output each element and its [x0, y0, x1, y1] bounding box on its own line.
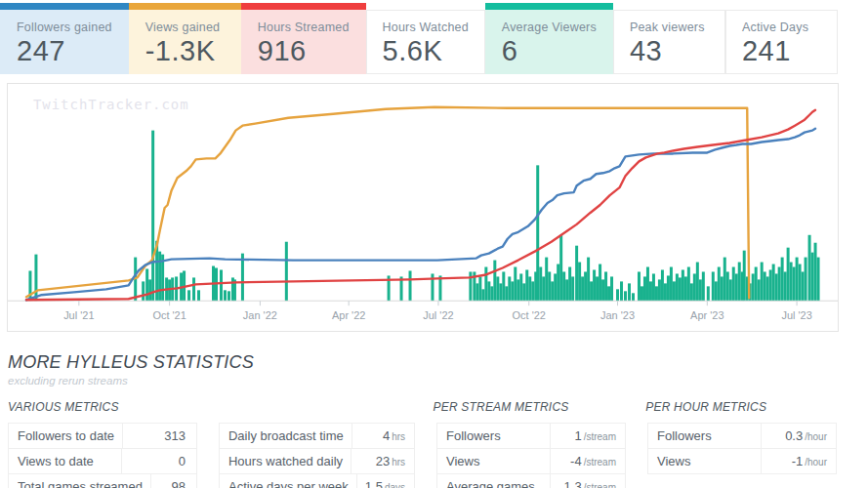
stream-activity-bars	[151, 131, 154, 302]
metric-unit: /hour	[805, 431, 827, 442]
metric-unit: /stream	[584, 457, 616, 468]
stream-activity-bars	[805, 258, 807, 302]
stream-activity-bars	[599, 264, 601, 302]
stream-activity-bars	[649, 281, 652, 301]
stat-card-value: 241	[742, 35, 821, 67]
activity-chart-canvas: TwitchTracker.comJul '21Oct '21Jan '22Ap…	[8, 84, 838, 331]
stream-activity-bars	[499, 283, 502, 301]
stream-activity-bars	[409, 270, 412, 301]
stream-activity-bars	[197, 290, 200, 301]
x-axis-tick-label: Oct '22	[513, 309, 546, 321]
metric-unit: hrs	[392, 457, 405, 468]
stream-activity-bars	[578, 263, 581, 302]
stat-card-value: 43	[630, 35, 709, 67]
card-accent-bar	[129, 3, 241, 10]
stream-activity-bars	[693, 273, 696, 301]
stream-activity-bars	[743, 251, 746, 302]
card-accent-bar	[725, 3, 838, 10]
stream-activity-bars	[562, 271, 565, 301]
stream-activity-bars	[581, 276, 584, 301]
metric-value: 1	[574, 428, 581, 443]
card-accent-bar	[366, 3, 485, 10]
stream-activity-bars	[142, 281, 145, 301]
stream-activity-bars	[661, 269, 664, 301]
group-header-per-hour: PER HOUR METRICS	[645, 400, 837, 414]
x-axis-tick-label: Apr '22	[332, 309, 365, 321]
stream-activity-bars	[522, 283, 525, 301]
stream-activity-bars	[676, 273, 679, 301]
stream-activity-bars	[624, 291, 627, 301]
card-accent-bar	[613, 3, 725, 10]
stream-activity-bars	[610, 276, 613, 301]
stat-card-views-gained[interactable]: Views gained -1.3K	[129, 3, 241, 74]
stream-activity-bars	[475, 283, 478, 301]
stream-activity-bars	[575, 246, 578, 302]
group-header-spacer	[221, 400, 412, 414]
stream-activity-bars	[536, 165, 539, 301]
stream-activity-bars	[478, 276, 481, 301]
stat-card-peak-viewers[interactable]: Peak viewers 43	[613, 3, 725, 74]
metric-value: 0	[179, 454, 186, 468]
stream-activity-bars	[684, 276, 687, 301]
stat-card-active-days[interactable]: Active Days 241	[725, 3, 838, 74]
stream-activity-bars	[752, 273, 755, 301]
stream-activity-bars	[707, 286, 710, 301]
stat-card-hours-streamed[interactable]: Hours Streamed 916	[241, 3, 366, 74]
stream-activity-bars	[814, 243, 817, 302]
stream-activity-bars	[502, 271, 505, 301]
section-title: MORE HYLLEUS STATISTICS	[8, 352, 837, 373]
metric-value: 0.3	[785, 428, 803, 443]
stream-activity-bars	[802, 271, 805, 301]
stream-activity-bars	[559, 235, 562, 301]
stream-activity-bars	[496, 276, 499, 301]
stream-activity-bars	[764, 271, 766, 301]
stat-card-followers-gained[interactable]: Followers gained 247	[0, 3, 129, 74]
stream-activity-bars	[811, 253, 814, 302]
stream-activity-bars	[517, 279, 519, 301]
stat-card-hours-watched[interactable]: Hours Watched 5.6K	[366, 3, 485, 74]
stream-activity-bars	[542, 276, 545, 301]
stat-card-value: 5.6K	[383, 35, 469, 67]
stream-activity-bars	[643, 276, 646, 301]
stream-activity-bars	[34, 255, 37, 302]
stream-activity-bars	[735, 273, 738, 301]
stream-activity-bars	[531, 281, 534, 301]
stream-activity-bars	[551, 281, 554, 301]
stream-activity-bars	[690, 283, 693, 301]
stream-activity-bars	[638, 271, 641, 301]
stream-activity-bars	[571, 276, 574, 301]
stream-activity-bars	[699, 279, 702, 301]
metric-value: 1.5	[365, 479, 383, 488]
card-accent-bar	[241, 3, 366, 10]
stream-activity-bars	[682, 269, 684, 301]
x-axis-tick-label: Jul '21	[63, 309, 94, 321]
group-header-per-stream: PER STREAM METRICS	[434, 400, 625, 414]
stream-activity-bars	[628, 283, 631, 301]
stream-activity-bars	[285, 242, 288, 302]
stream-activity-bars	[145, 269, 148, 302]
stream-activity-bars	[787, 248, 790, 302]
stream-activity-bars	[755, 267, 758, 302]
stream-activity-bars	[616, 289, 619, 301]
stream-activity-bars	[721, 276, 723, 301]
metric-row: Views -1/hour	[648, 449, 836, 473]
x-axis-tick-label: Jul '23	[781, 309, 811, 321]
metric-row: Views to date 0	[9, 449, 196, 474]
activity-chart[interactable]: TwitchTracker.comJul '21Oct '21Jan '22Ap…	[7, 83, 839, 332]
stream-activity-bars	[696, 263, 699, 302]
stream-activity-bars	[607, 286, 610, 301]
stream-activity-bars	[664, 283, 667, 301]
stat-card-average-viewers[interactable]: Average Viewers 6	[485, 3, 613, 74]
various-metrics-table-2: Daily broadcast time 4hrs Hours watched …	[219, 423, 415, 488]
metric-row: Hours watched daily 23hrs	[220, 449, 414, 474]
metric-unit: /stream	[584, 482, 616, 488]
stat-card-label: Followers gained	[17, 20, 112, 34]
stream-activity-bars	[511, 281, 514, 301]
stream-activity-bars	[778, 267, 781, 302]
stream-activity-bars	[790, 263, 793, 302]
stream-activity-bars	[715, 281, 718, 301]
stream-activity-bars	[732, 267, 735, 302]
stream-activity-bars	[641, 286, 643, 301]
stat-card-label: Peak viewers	[630, 20, 709, 34]
stat-card-label: Hours Watched	[383, 20, 469, 34]
